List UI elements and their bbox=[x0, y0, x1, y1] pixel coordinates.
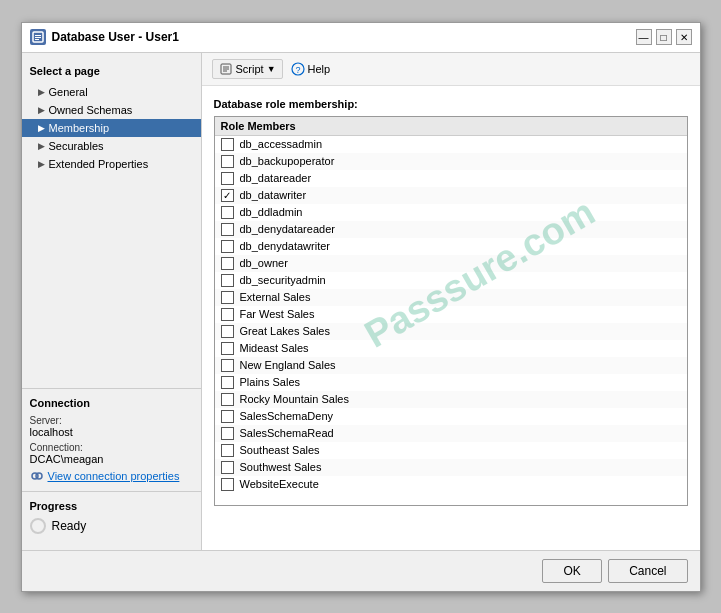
footer: OK Cancel bbox=[22, 550, 700, 591]
role-checkbox[interactable]: ✓ bbox=[221, 189, 234, 202]
role-item[interactable]: Great Lakes Sales bbox=[215, 323, 687, 340]
role-item[interactable]: db_datareader bbox=[215, 170, 687, 187]
role-name: Far West Sales bbox=[240, 308, 315, 320]
close-button[interactable]: ✕ bbox=[676, 29, 692, 45]
role-item[interactable]: New England Sales bbox=[215, 357, 687, 374]
svg-rect-1 bbox=[35, 35, 41, 36]
role-checkbox[interactable] bbox=[221, 325, 234, 338]
svg-text:?: ? bbox=[295, 65, 300, 75]
role-checkbox[interactable] bbox=[221, 308, 234, 321]
sidebar-item-securables[interactable]: ▶ Securables bbox=[22, 137, 201, 155]
sidebar-item-label: Owned Schemas bbox=[49, 104, 133, 116]
role-name: db_datareader bbox=[240, 172, 312, 184]
role-checkbox[interactable] bbox=[221, 410, 234, 423]
role-checkbox[interactable] bbox=[221, 342, 234, 355]
arrow-icon: ▶ bbox=[38, 105, 45, 115]
window-icon bbox=[30, 29, 46, 45]
main-window: Database User - User1 — □ ✕ Select a pag… bbox=[21, 22, 701, 592]
role-checkbox[interactable] bbox=[221, 257, 234, 270]
role-name: Southwest Sales bbox=[240, 461, 322, 473]
help-button[interactable]: ? Help bbox=[291, 62, 331, 76]
role-item[interactable]: Rocky Mountain Sales bbox=[215, 391, 687, 408]
role-name: Great Lakes Sales bbox=[240, 325, 331, 337]
role-item[interactable]: Plains Sales bbox=[215, 374, 687, 391]
panel-content: Database role membership: Role Members d… bbox=[202, 86, 700, 550]
arrow-icon: ▶ bbox=[38, 141, 45, 151]
role-checkbox[interactable] bbox=[221, 206, 234, 219]
role-item[interactable]: db_backupoperator bbox=[215, 153, 687, 170]
role-name: db_datawriter bbox=[240, 189, 307, 201]
role-checkbox[interactable] bbox=[221, 155, 234, 168]
role-item[interactable]: SalesSchemaDeny bbox=[215, 408, 687, 425]
role-checkbox[interactable] bbox=[221, 240, 234, 253]
svg-rect-3 bbox=[35, 39, 39, 40]
role-item[interactable]: db_accessadmin bbox=[215, 136, 687, 153]
role-checkbox[interactable] bbox=[221, 172, 234, 185]
arrow-icon: ▶ bbox=[38, 123, 45, 133]
role-item[interactable]: Southeast Sales bbox=[215, 442, 687, 459]
ok-button[interactable]: OK bbox=[542, 559, 602, 583]
help-label: Help bbox=[308, 63, 331, 75]
minimize-button[interactable]: — bbox=[636, 29, 652, 45]
progress-section: Progress Ready bbox=[22, 491, 201, 542]
connection-section: Connection Server: localhost Connection:… bbox=[22, 388, 201, 491]
sidebar-item-extended-properties[interactable]: ▶ Extended Properties bbox=[22, 155, 201, 173]
title-bar-left: Database User - User1 bbox=[30, 29, 179, 45]
svg-point-5 bbox=[36, 473, 42, 479]
title-bar-controls: — □ ✕ bbox=[636, 29, 692, 45]
role-item[interactable]: WebsiteExecute bbox=[215, 476, 687, 493]
svg-rect-2 bbox=[35, 37, 41, 38]
role-name: db_denydatawriter bbox=[240, 240, 331, 252]
role-item[interactable]: Southwest Sales bbox=[215, 459, 687, 476]
view-connection-link[interactable]: View connection properties bbox=[30, 469, 193, 483]
link-icon bbox=[30, 469, 44, 483]
membership-label: Database role membership: bbox=[214, 98, 688, 110]
role-checkbox[interactable] bbox=[221, 461, 234, 474]
connection-title: Connection bbox=[30, 397, 193, 409]
role-items-list: db_accessadmindb_backupoperatordb_datare… bbox=[215, 136, 687, 493]
role-checkbox[interactable] bbox=[221, 291, 234, 304]
role-item[interactable]: db_denydatareader bbox=[215, 221, 687, 238]
dropdown-icon: ▼ bbox=[267, 64, 276, 74]
script-button[interactable]: Script ▼ bbox=[212, 59, 283, 79]
title-bar: Database User - User1 — □ ✕ bbox=[22, 23, 700, 53]
maximize-button[interactable]: □ bbox=[656, 29, 672, 45]
role-checkbox[interactable] bbox=[221, 376, 234, 389]
role-list-container[interactable]: Role Members db_accessadmindb_backupoper… bbox=[214, 116, 688, 506]
toolbar: Script ▼ ? Help bbox=[202, 53, 700, 86]
progress-status: Ready bbox=[52, 519, 87, 533]
role-item[interactable]: Mideast Sales bbox=[215, 340, 687, 357]
role-item[interactable]: Far West Sales bbox=[215, 306, 687, 323]
role-item[interactable]: SalesSchemaRead bbox=[215, 425, 687, 442]
arrow-icon: ▶ bbox=[38, 159, 45, 169]
role-item[interactable]: db_owner bbox=[215, 255, 687, 272]
cancel-button[interactable]: Cancel bbox=[608, 559, 687, 583]
role-name: Rocky Mountain Sales bbox=[240, 393, 349, 405]
role-name: db_owner bbox=[240, 257, 288, 269]
arrow-icon: ▶ bbox=[38, 87, 45, 97]
connection-value: DCAC\meagan bbox=[30, 453, 193, 465]
role-checkbox[interactable] bbox=[221, 223, 234, 236]
role-item[interactable]: External Sales bbox=[215, 289, 687, 306]
role-checkbox[interactable] bbox=[221, 427, 234, 440]
sidebar-item-label: Securables bbox=[49, 140, 104, 152]
role-checkbox[interactable] bbox=[221, 359, 234, 372]
role-checkbox[interactable] bbox=[221, 393, 234, 406]
sidebar-item-label: Membership bbox=[49, 122, 110, 134]
role-checkbox[interactable] bbox=[221, 444, 234, 457]
sidebar-item-owned-schemas[interactable]: ▶ Owned Schemas bbox=[22, 101, 201, 119]
role-list-header: Role Members bbox=[215, 117, 687, 136]
role-item[interactable]: db_denydatawriter bbox=[215, 238, 687, 255]
role-checkbox[interactable] bbox=[221, 274, 234, 287]
role-checkbox[interactable] bbox=[221, 478, 234, 491]
sidebar: Select a page ▶ General ▶ Owned Schemas … bbox=[22, 53, 202, 550]
sidebar-item-membership[interactable]: ▶ Membership bbox=[22, 119, 201, 137]
help-icon: ? bbox=[291, 62, 305, 76]
role-item[interactable]: db_ddladmin bbox=[215, 204, 687, 221]
role-item[interactable]: db_securityadmin bbox=[215, 272, 687, 289]
sidebar-item-label: General bbox=[49, 86, 88, 98]
sidebar-item-general[interactable]: ▶ General bbox=[22, 83, 201, 101]
role-checkbox[interactable] bbox=[221, 138, 234, 151]
role-item[interactable]: ✓db_datawriter bbox=[215, 187, 687, 204]
script-icon bbox=[219, 62, 233, 76]
